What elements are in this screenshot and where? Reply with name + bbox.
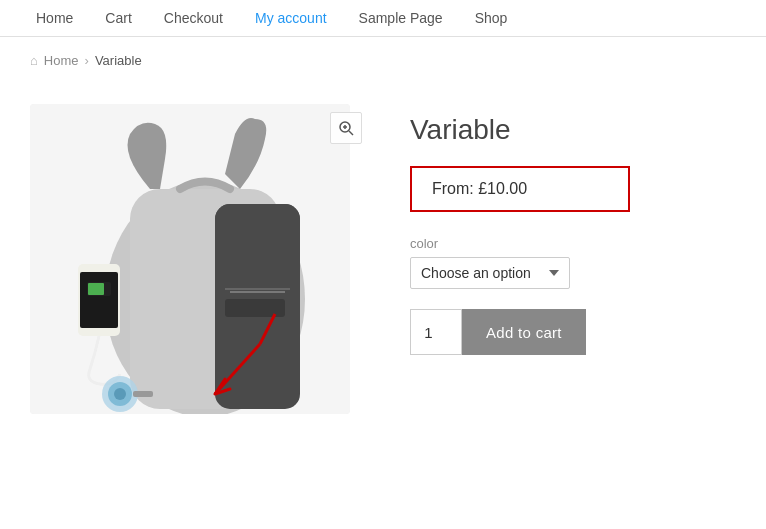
product-image [30, 104, 350, 414]
nav-link-cart[interactable]: Cart [89, 0, 147, 36]
product-image-svg [30, 104, 350, 414]
product-details: Variable From: £10.00 color Choose an op… [410, 104, 736, 355]
color-section: color Choose an option Red Blue Black [410, 236, 736, 289]
add-to-cart-button[interactable]: Add to cart [462, 309, 586, 355]
quantity-input[interactable] [410, 309, 462, 355]
nav-item-shop[interactable]: Shop [459, 0, 524, 36]
zoom-icon[interactable] [330, 112, 362, 144]
nav-item-home[interactable]: Home [20, 0, 89, 36]
nav-link-home[interactable]: Home [20, 0, 89, 36]
product-title: Variable [410, 114, 736, 146]
svg-rect-11 [88, 283, 104, 295]
breadcrumb-current: Variable [95, 53, 142, 68]
nav-link-myaccount[interactable]: My account [239, 0, 343, 36]
svg-rect-15 [133, 391, 153, 397]
product-price: From: £10.00 [432, 180, 527, 197]
product-container: Variable From: £10.00 color Choose an op… [0, 84, 766, 454]
svg-line-17 [349, 131, 353, 135]
svg-rect-7 [225, 299, 285, 317]
product-image-wrap [30, 104, 370, 414]
color-label: color [410, 236, 736, 251]
nav-item-checkout[interactable]: Checkout [148, 0, 239, 36]
price-box: From: £10.00 [410, 166, 630, 212]
nav-link-samplepage[interactable]: Sample Page [343, 0, 459, 36]
svg-point-14 [114, 388, 126, 400]
breadcrumb: ⌂ Home › Variable [0, 37, 766, 84]
home-icon: ⌂ [30, 53, 38, 68]
breadcrumb-home-link[interactable]: Home [44, 53, 79, 68]
nav-link-shop[interactable]: Shop [459, 0, 524, 36]
nav-link-checkout[interactable]: Checkout [148, 0, 239, 36]
breadcrumb-separator: › [85, 53, 89, 68]
main-nav: Home Cart Checkout My account Sample Pag… [0, 0, 766, 37]
svg-rect-9 [80, 272, 118, 328]
color-select[interactable]: Choose an option Red Blue Black [410, 257, 570, 289]
nav-item-myaccount[interactable]: My account [239, 0, 343, 36]
add-to-cart-row: Add to cart [410, 309, 736, 355]
nav-item-cart[interactable]: Cart [89, 0, 147, 36]
nav-item-samplepage[interactable]: Sample Page [343, 0, 459, 36]
